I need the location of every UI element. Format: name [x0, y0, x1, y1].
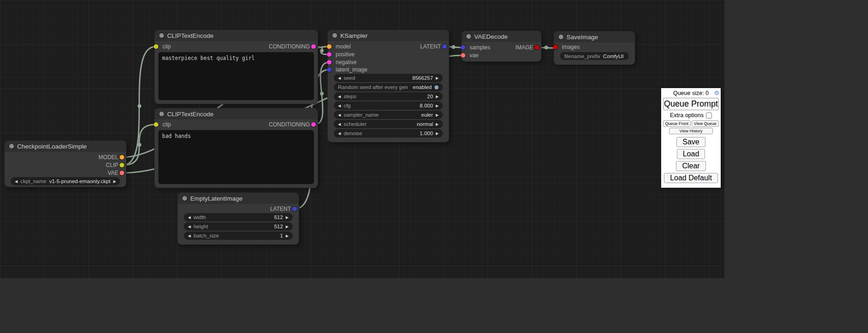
- input-slot-images: images: [554, 43, 635, 51]
- increment-arrow-icon[interactable]: ▶: [436, 104, 439, 108]
- prev-value-arrow-icon[interactable]: ◀: [15, 179, 18, 184]
- increment-arrow-icon[interactable]: ▶: [286, 225, 289, 229]
- output-label: LATENT: [420, 43, 441, 50]
- input-port-latent-image[interactable]: [327, 67, 332, 72]
- node-status-dot[interactable]: [159, 33, 164, 38]
- widget-batch-size[interactable]: ◀ batch_size 1 ▶: [184, 232, 293, 240]
- node-status-dot[interactable]: [182, 196, 187, 201]
- node-title-bar[interactable]: SaveImage: [554, 31, 635, 42]
- node-title-bar[interactable]: EmptyLatentImage: [178, 193, 299, 204]
- widget-width[interactable]: ◀ width 512 ▶: [184, 213, 293, 221]
- output-label: IMAGE: [515, 44, 533, 51]
- view-history-button[interactable]: View History: [669, 128, 712, 134]
- decrement-arrow-icon[interactable]: ◀: [188, 215, 191, 220]
- node-title: KSampler: [340, 32, 368, 39]
- increment-arrow-icon[interactable]: ▶: [436, 131, 439, 136]
- node-title-bar[interactable]: CheckpointLoaderSimple: [5, 141, 126, 152]
- widget-filename-prefix[interactable]: filename_prefix ComfyUI: [560, 52, 629, 60]
- extra-options-label: Extra options: [670, 112, 704, 119]
- node-title-bar[interactable]: CLIPTextEncode: [155, 30, 318, 41]
- queue-prompt-button[interactable]: Queue Prompt: [663, 98, 719, 110]
- load-default-button[interactable]: Load Default: [664, 173, 718, 183]
- node-status-dot[interactable]: [466, 34, 471, 39]
- input-slot-vae: vae: [462, 52, 541, 59]
- decrement-arrow-icon[interactable]: ◀: [338, 76, 341, 80]
- widget-seed[interactable]: ◀ seed 8566257 ▶: [334, 74, 443, 82]
- output-label: MODEL: [98, 154, 118, 161]
- node-status-dot[interactable]: [332, 33, 337, 38]
- widget-height[interactable]: ◀ height 512 ▶: [184, 222, 293, 231]
- widget-steps[interactable]: ◀ steps 20 ▶: [334, 92, 443, 101]
- output-slot-conditioning: CONDITIONING: [155, 121, 318, 128]
- input-port-vae[interactable]: [461, 53, 465, 58]
- increment-arrow-icon[interactable]: ▶: [436, 76, 439, 80]
- prev-value-arrow-icon[interactable]: ◀: [338, 113, 341, 117]
- save-button[interactable]: Save: [676, 137, 705, 147]
- next-value-arrow-icon[interactable]: ▶: [436, 113, 439, 117]
- widget-sampler-name[interactable]: ◀ sampler_name euler ▶: [334, 111, 443, 119]
- node-title: CLIPTextEncode: [167, 111, 214, 118]
- output-port-model[interactable]: [120, 155, 124, 160]
- output-port-image[interactable]: [535, 45, 539, 50]
- output-port-latent[interactable]: [292, 207, 297, 211]
- prompt-text-input[interactable]: bad hands: [158, 130, 314, 184]
- node-title: CLIPTextEncode: [167, 32, 214, 39]
- node-title: VAEDecode: [474, 33, 508, 40]
- input-port-negative[interactable]: [327, 60, 332, 65]
- input-label: positive: [336, 51, 355, 58]
- load-button[interactable]: Load: [677, 149, 705, 159]
- node-status-dot[interactable]: [9, 144, 14, 149]
- clear-button[interactable]: Clear: [676, 161, 705, 171]
- queue-front-button[interactable]: Queue Front: [663, 120, 691, 127]
- node-cliptextencode-positive[interactable]: CLIPTextEncode clip CONDITIONING masterp…: [155, 30, 318, 104]
- next-value-arrow-icon[interactable]: ▶: [436, 122, 439, 126]
- prompt-text-input[interactable]: masterpiece best quality girl: [158, 52, 314, 100]
- increment-arrow-icon[interactable]: ▶: [286, 234, 289, 238]
- output-port-vae[interactable]: [120, 171, 124, 175]
- settings-gear-icon[interactable]: ⚙: [714, 90, 719, 96]
- output-port-conditioning[interactable]: [311, 122, 316, 127]
- node-saveimage[interactable]: SaveImage images filename_prefix ComfyUI: [554, 31, 635, 65]
- node-status-dot[interactable]: [559, 35, 563, 39]
- prev-value-arrow-icon[interactable]: ◀: [338, 122, 341, 126]
- node-checkpointloadersimple[interactable]: CheckpointLoaderSimple MODEL CLIP VAE ◀ …: [5, 141, 126, 187]
- widget-scheduler[interactable]: ◀ scheduler normal ▶: [334, 120, 443, 128]
- input-port-positive[interactable]: [327, 52, 332, 57]
- node-title-bar[interactable]: VAEDecode: [462, 31, 541, 42]
- node-ksampler[interactable]: KSampler model LATENT positive negative …: [328, 30, 449, 142]
- output-slot-clip: CLIP: [5, 161, 126, 169]
- input-port-images[interactable]: [553, 45, 558, 49]
- output-slot-conditioning: CONDITIONING: [155, 43, 318, 50]
- output-slot-latent: LATENT: [328, 43, 449, 50]
- decrement-arrow-icon[interactable]: ◀: [338, 131, 341, 136]
- input-label: negative: [336, 59, 356, 65]
- output-port-latent[interactable]: [442, 44, 447, 49]
- increment-arrow-icon[interactable]: ▶: [286, 215, 289, 220]
- node-title: EmptyLatentImage: [190, 195, 242, 202]
- toggle-knob[interactable]: [434, 85, 439, 89]
- widget-denoise[interactable]: ◀ denoise 1.000 ▶: [334, 129, 443, 137]
- output-label: LATENT: [270, 206, 291, 212]
- widget-ckpt-name[interactable]: ◀ ckpt_name v1-5-pruned-emaonly.ckpt ▶: [11, 177, 120, 185]
- output-port-conditioning[interactable]: [311, 44, 316, 49]
- node-title-bar[interactable]: KSampler: [328, 30, 449, 41]
- comfy-menu[interactable]: Queue size: 0 ⚙ Queue Prompt Extra optio…: [661, 88, 721, 188]
- decrement-arrow-icon[interactable]: ◀: [188, 234, 191, 238]
- extra-options-checkbox[interactable]: [706, 113, 712, 119]
- node-vaedecode[interactable]: VAEDecode samples IMAGE vae: [462, 31, 541, 61]
- decrement-arrow-icon[interactable]: ◀: [338, 95, 341, 99]
- node-title-bar[interactable]: CLIPTextEncode: [155, 108, 318, 119]
- decrement-arrow-icon[interactable]: ◀: [188, 225, 191, 229]
- widget-random-seed-toggle[interactable]: Random seed after every gen enabled: [334, 83, 443, 91]
- view-queue-button[interactable]: View Queue: [692, 120, 719, 127]
- widget-cfg[interactable]: ◀ cfg 8.000 ▶: [334, 101, 443, 110]
- node-status-dot[interactable]: [159, 112, 164, 116]
- next-value-arrow-icon[interactable]: ▶: [113, 179, 116, 184]
- increment-arrow-icon[interactable]: ▶: [436, 95, 439, 99]
- decrement-arrow-icon[interactable]: ◀: [338, 104, 341, 108]
- node-emptylatentimage[interactable]: EmptyLatentImage LATENT ◀ width 512 ▶ ◀ …: [178, 193, 299, 244]
- graph-canvas[interactable]: CheckpointLoaderSimple MODEL CLIP VAE ◀ …: [0, 0, 724, 278]
- node-cliptextencode-negative[interactable]: CLIPTextEncode clip CONDITIONING bad han…: [155, 108, 318, 188]
- input-label: images: [562, 44, 580, 50]
- output-port-clip[interactable]: [120, 163, 124, 167]
